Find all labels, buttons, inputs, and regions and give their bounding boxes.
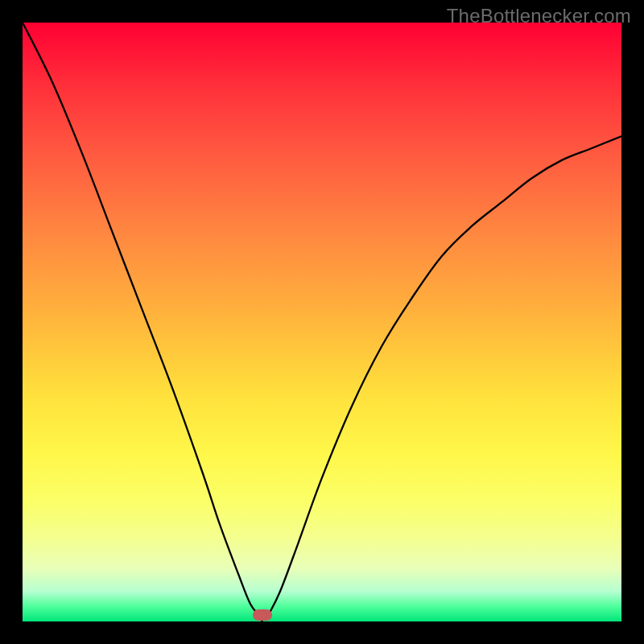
curve-layer (23, 23, 621, 621)
plot-area (23, 23, 621, 621)
watermark-text: TheBottlenecker.com (447, 5, 631, 27)
chart-frame: TheBottlenecker.com (0, 0, 644, 644)
bottleneck-curve-right (268, 136, 621, 615)
bottleneck-curve-left (23, 23, 262, 621)
minimum-marker (253, 609, 272, 621)
